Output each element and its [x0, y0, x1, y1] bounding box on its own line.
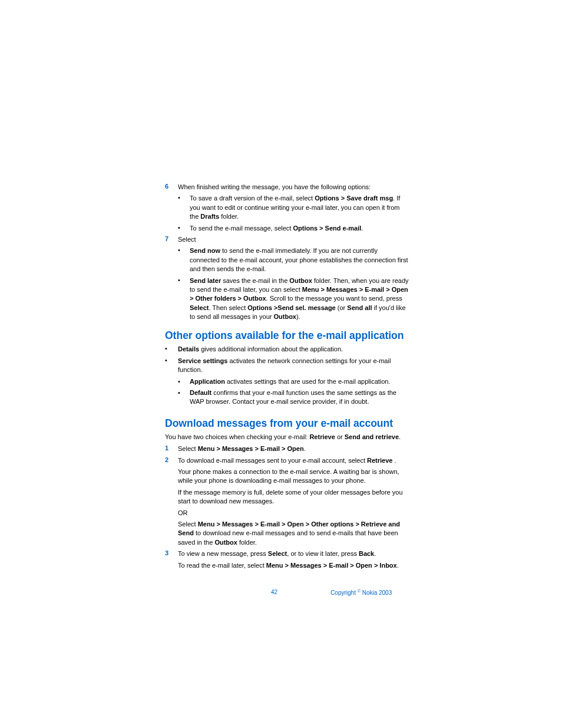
other-bullet-service-settings: • Service settings activates the network… — [165, 357, 409, 409]
step-text: To download e-mail messages sent to your… — [178, 456, 409, 548]
other-bullet-details: • Details gives additional information a… — [165, 345, 409, 354]
bullet-text: Send now to send the e-mail immediately.… — [190, 246, 409, 274]
step-7-sub-1: • Send now to send the e-mail immediatel… — [178, 246, 409, 274]
bullet-text: To send the e-mail message, select Optio… — [190, 224, 409, 233]
heading-other-options: Other options available for the e-mail a… — [165, 330, 409, 342]
bullet-text: Service settings activates the network c… — [178, 357, 409, 409]
step-7: 7 Select — [165, 235, 409, 244]
step-text: Select Menu > Messages > E-mail > Open. — [178, 444, 409, 453]
other-inner-application: • Application activates settings that ar… — [178, 377, 409, 386]
bullet-text: Default confirms that your e-mail functi… — [190, 388, 409, 407]
page-footer: 42 Copyright © Nokia 2003 — [165, 589, 409, 596]
step-number: 1 — [165, 444, 178, 453]
step-2-para-4: Select Menu > Messages > E-mail > Open >… — [178, 520, 409, 547]
bullet-text: Application activates settings that are … — [190, 377, 409, 386]
download-step-2: 2 To download e-mail messages sent to yo… — [165, 456, 409, 548]
step-text: To view a new message, press Select, or … — [178, 549, 409, 570]
bullet-text: Send later saves the e-mail in the Outbo… — [190, 276, 409, 322]
page-number: 42 — [271, 589, 277, 596]
other-inner-default: • Default confirms that your e-mail func… — [178, 388, 409, 407]
step-2-para-3: If the message memory is full, delete so… — [178, 488, 409, 506]
step-6: 6 When finished writing the message, you… — [165, 183, 409, 192]
bullet-text: Details gives additional information abo… — [178, 345, 409, 354]
step-number: 2 — [165, 456, 178, 548]
bullet-mark: • — [165, 345, 178, 354]
bullet-mark: • — [178, 194, 190, 221]
download-step-3: 3 To view a new message, press Select, o… — [165, 549, 409, 570]
download-intro: You have two choices when checking your … — [165, 433, 409, 442]
heading-download-messages: Download messages from your e-mail accou… — [165, 417, 409, 430]
step-6-sub-2: • To send the e-mail message, select Opt… — [178, 224, 409, 233]
bullet-mark: • — [178, 276, 190, 322]
step-number: 6 — [165, 183, 178, 192]
bullet-mark: • — [178, 377, 190, 386]
document-page: 6 When finished writing the message, you… — [0, 0, 562, 643]
step-2-or: OR — [178, 509, 409, 518]
step-3-para-2: To read the e-mail later, select Menu > … — [178, 561, 409, 570]
step-text: Select — [178, 235, 409, 244]
step-text: When finished writing the message, you h… — [178, 183, 409, 192]
download-step-1: 1 Select Menu > Messages > E-mail > Open… — [165, 444, 409, 453]
step-6-sub-1: • To save a draft version of the e-mail,… — [178, 194, 409, 221]
bullet-text: To save a draft version of the e-mail, s… — [190, 194, 409, 221]
step-2-para-2: Your phone makes a connection to the e-m… — [178, 467, 409, 486]
step-7-sub-2: • Send later saves the e-mail in the Out… — [178, 276, 409, 322]
bullet-mark: • — [178, 224, 190, 233]
step-number: 3 — [165, 549, 178, 570]
step-number: 7 — [165, 235, 178, 244]
bullet-mark: • — [178, 388, 190, 407]
bullet-mark: • — [165, 357, 178, 409]
copyright: Copyright © Nokia 2003 — [330, 589, 392, 596]
bullet-mark: • — [178, 246, 190, 274]
